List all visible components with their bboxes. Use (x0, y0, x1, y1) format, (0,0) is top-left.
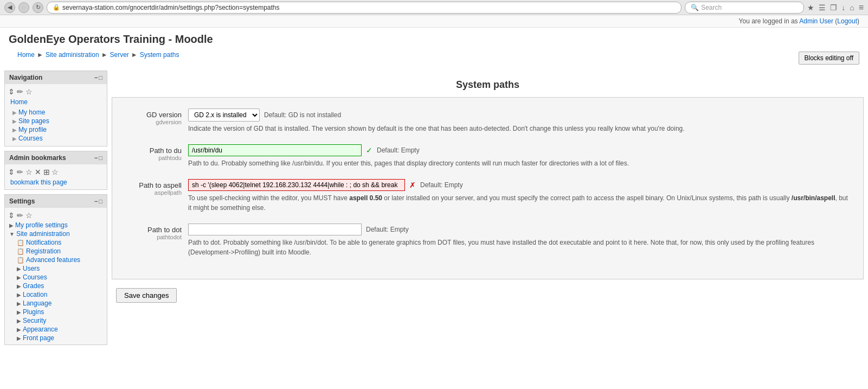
gdversion-default: Default: GD is not installed (264, 111, 341, 119)
gdversion-label: GD version (123, 111, 182, 119)
sidebar-item-security[interactable]: ▶ Security (16, 316, 104, 325)
nav-myhome-item[interactable]: ▶ My home (12, 108, 104, 117)
gdversion-sublabel: gdversion (123, 119, 182, 125)
browser-icons: ★ ☰ ❐ ↓ ⌂ ≡ (807, 3, 864, 12)
sidebar-item-frontpage[interactable]: ▶ Front page (16, 334, 104, 342)
setting-row-pathtodot: Path to dot pathtodot Default: Empty Pat… (123, 224, 852, 257)
pathtodu-default: Default: Empty (377, 146, 420, 154)
bookmark-this-page-link[interactable]: bookmark this page (8, 177, 104, 187)
setting-row-pathtodu: Path to du pathtodu ✓ Default: Empty Pat… (123, 144, 852, 168)
pathtodot-sublabel: pathtodot (123, 234, 182, 240)
sidebar-item-advancedfeatures[interactable]: 📋 Advanced features (16, 256, 104, 264)
logout-link[interactable]: Logout (837, 17, 857, 25)
breadcrumb-system-paths[interactable]: System paths (140, 51, 179, 59)
back-button[interactable]: ◀ (4, 2, 15, 13)
breadcrumb-site-admin[interactable]: Site administration (46, 51, 99, 59)
sidebar-item-grades[interactable]: ▶ Grades (16, 282, 104, 290)
pathtodot-label: Path to dot (123, 226, 182, 234)
aspellpath-description: To use spell-checking within the editor,… (188, 193, 852, 213)
home-icon[interactable]: ⌂ (850, 3, 854, 12)
nav-sitepages-item[interactable]: ▶ Site pages (12, 117, 104, 125)
pathtodot-description: Path to dot. Probably something like /us… (188, 238, 852, 257)
admin-block-hide-icon[interactable]: − (94, 155, 98, 161)
breadcrumb: Home ► Site administration ► Server ► Sy… (9, 49, 188, 63)
site-title: GoldenEye Operators Training - Moodle (0, 28, 868, 49)
bookmark-star-icon[interactable]: ★ (807, 3, 814, 12)
nav-block-move-icon[interactable]: □ (99, 74, 102, 81)
setting-row-gdversion: GD version gdversion GD 2.x is installed… (123, 109, 852, 133)
browser-chrome: ◀ ▶ ↻ 🔒 severnaya-station.com/gnocertdir… (0, 0, 868, 15)
settings-block-header: Settings − □ (5, 195, 107, 208)
refresh-button[interactable]: ↻ (33, 2, 43, 13)
pocket-icon[interactable]: ❐ (830, 3, 837, 12)
settings-block-tool-icons: ⇕ ✏ ☆ (8, 210, 104, 221)
sidebar-item-notifications[interactable]: 📋 Notifications (16, 238, 104, 247)
nav-courses-item[interactable]: ▶ Courses (12, 134, 104, 143)
aspellpath-label: Path to aspell (123, 181, 182, 189)
settings-block: Settings − □ ⇕ ✏ ☆ ▶ My profile settings (4, 194, 107, 345)
blocks-editing-button[interactable]: Blocks editing off (799, 52, 860, 65)
pathtodot-input[interactable] (188, 224, 362, 235)
navigation-block-header: Navigation − □ (5, 71, 107, 84)
setting-row-aspellpath: Path to aspell aspellpath ✗ Default: Emp… (123, 179, 852, 213)
sidebar-item-myprofilesettings[interactable]: ▶ My profile settings (8, 221, 104, 229)
pathtodu-label: Path to du (123, 146, 182, 155)
settings-block-icons: − □ (94, 198, 102, 205)
navigation-block: Navigation − □ ⇕ ✏ ☆ Home ▶ My home (4, 71, 107, 146)
pathtodot-default: Default: Empty (366, 226, 409, 233)
save-changes-button[interactable]: Save changes (116, 288, 177, 303)
aspellpath-default: Default: Empty (420, 181, 463, 189)
menu-icon[interactable]: ≡ (859, 3, 864, 12)
sidebar-item-location[interactable]: ▶ Location (16, 290, 104, 299)
admin-bookmarks-header: Admin bookmarks − □ (5, 151, 107, 164)
nav-home-link[interactable]: Home (8, 97, 104, 107)
admin-block-move-icon[interactable]: □ (99, 155, 102, 161)
sidebar-item-users[interactable]: ▶ Users (16, 264, 104, 273)
admin-block-tool-icons: ⇕ ✏ ☆ ✕ ⊞ ☆ (8, 167, 104, 177)
pathtodu-input[interactable] (188, 144, 362, 156)
sidebar: Navigation − □ ⇕ ✏ ☆ Home ▶ My home (4, 71, 107, 377)
url-bar[interactable]: 🔒 severnaya-station.com/gnocertdir/admin… (47, 2, 681, 14)
search-bar[interactable]: 🔍 Search (685, 2, 804, 14)
settings-form: GD version gdversion GD 2.x is installed… (112, 97, 864, 279)
breadcrumb-server[interactable]: Server (110, 51, 129, 59)
sidebar-item-appearance[interactable]: ▶ Appearance (16, 325, 104, 334)
forward-button[interactable]: ▶ (18, 2, 29, 13)
top-user-bar: You are logged in as Admin User (Logout) (0, 15, 868, 28)
sidebar-item-language[interactable]: ▶ Language (16, 299, 104, 308)
sidebar-item-courses[interactable]: ▶ Courses (16, 273, 104, 282)
content-area: System paths GD version gdversion GD 2.x… (112, 71, 864, 377)
aspellpath-sublabel: aspellpath (123, 189, 182, 196)
download-icon[interactable]: ↓ (841, 3, 845, 12)
admin-user-link[interactable]: Admin User (799, 17, 833, 25)
reader-icon[interactable]: ☰ (819, 3, 826, 12)
navigation-block-icons: − □ (94, 74, 102, 81)
sidebar-item-plugins[interactable]: ▶ Plugins (16, 308, 104, 316)
settings-block-hide-icon[interactable]: − (94, 198, 98, 205)
sidebar-item-siteadmin[interactable]: ▼ Site administration (8, 229, 104, 238)
nav-myprofile-item[interactable]: ▶ My profile (12, 125, 104, 134)
admin-bookmarks-icons: − □ (94, 155, 102, 161)
pathtodu-sublabel: pathtodu (123, 155, 182, 161)
pathtodu-status-icon: ✓ (366, 146, 372, 155)
pathtodu-description: Path to du. Probably something like /usr… (188, 158, 852, 168)
aspellpath-status-icon: ✗ (409, 181, 416, 189)
settings-block-move-icon[interactable]: □ (99, 198, 102, 205)
gdversion-select[interactable]: GD 2.x is installed GD 1.x is installed … (188, 109, 260, 122)
admin-bookmarks-block: Admin bookmarks − □ ⇕ ✏ ☆ ✕ ⊞ ☆ bookmark… (4, 151, 107, 190)
sidebar-item-registration[interactable]: 📋 Registration (16, 247, 104, 256)
gdversion-description: Indicate the version of GD that is insta… (188, 124, 852, 133)
nav-block-tool-icons: ⇕ ✏ ☆ (8, 86, 104, 97)
page-title: System paths (112, 71, 864, 97)
nav-block-hide-icon[interactable]: − (94, 74, 98, 81)
breadcrumb-home[interactable]: Home (17, 51, 35, 59)
aspellpath-input[interactable] (188, 179, 405, 191)
